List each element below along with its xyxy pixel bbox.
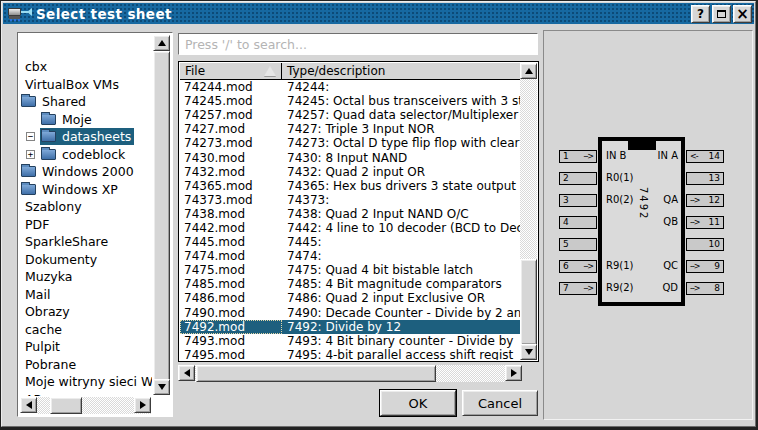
- column-header-file[interactable]: File: [180, 63, 282, 80]
- pin-11: -->11: [686, 216, 724, 229]
- pin-arrow: -->: [584, 151, 593, 162]
- pin-12: -->12: [686, 194, 724, 207]
- scroll-left-button[interactable]: [20, 397, 37, 413]
- tree-item-mail[interactable]: Mail: [20, 286, 152, 304]
- scroll-right-button[interactable]: [505, 365, 522, 381]
- tree-item-content: datasheets: [40, 128, 134, 145]
- tree-item-pobrane[interactable]: Pobrane: [20, 356, 152, 374]
- table-row[interactable]: 7475.mod7475: Quad 4 bit bistable latch: [180, 263, 520, 277]
- table-row[interactable]: 7427.mod7427: Triple 3 Input NOR: [180, 122, 520, 136]
- table-row[interactable]: 7493.mod7493: 4 Bit binary counter - Div…: [180, 334, 520, 348]
- column-label-file: File: [185, 64, 205, 78]
- scroll-up-button[interactable]: [520, 63, 537, 79]
- table-row[interactable]: 7492.mod7492: Divide by 12: [180, 320, 520, 334]
- table-row[interactable]: 74245.mod74245: Octal bus transceivers w…: [180, 94, 520, 108]
- tree-item-virtualbox-vms[interactable]: VirtualBox VMs: [20, 76, 152, 94]
- scroll-down-button[interactable]: [520, 344, 537, 360]
- arrow-right-icon: [140, 401, 146, 409]
- tree-item-obrazy[interactable]: Obrazy: [20, 303, 152, 321]
- table-row[interactable]: 74257.mod74257: Quad data selector/Multi…: [180, 108, 520, 122]
- description-cell: 7493: 4 Bit binary counter - Divide by: [282, 334, 520, 348]
- table-row[interactable]: 7474.mod7474:: [180, 249, 520, 263]
- folder-icon: [21, 166, 36, 177]
- help-button[interactable]: ?: [691, 5, 710, 23]
- tree-vertical-scrollbar[interactable]: [153, 35, 170, 395]
- tree-item-windows-xp[interactable]: Windows XP: [20, 181, 152, 199]
- tree-item-datasheets[interactable]: −datasheets: [20, 128, 152, 146]
- column-label-type: Type/description: [287, 64, 385, 78]
- description-cell: 7485: 4 Bit magnitude comparators: [282, 277, 520, 291]
- table-row[interactable]: 7445.mod7445:: [180, 235, 520, 249]
- tree-item-ab[interactable]: AB: [20, 391, 152, 397]
- scroll-thumb[interactable]: [520, 259, 537, 345]
- tree-item-content: PDF: [20, 216, 52, 233]
- tree-item-pdf[interactable]: PDF: [20, 216, 152, 234]
- tree-expander-icon[interactable]: −: [26, 132, 35, 141]
- table-row[interactable]: 74365.mod74365: Hex bus drivers 3 state …: [180, 179, 520, 193]
- scroll-thumb[interactable]: [50, 397, 82, 414]
- file-cell: 7442.mod: [180, 221, 282, 235]
- ok-button[interactable]: OK: [380, 390, 456, 416]
- scroll-left-button[interactable]: [178, 365, 195, 381]
- scroll-thumb[interactable]: [153, 51, 170, 381]
- scroll-right-button[interactable]: [134, 397, 151, 413]
- tree-expander-icon[interactable]: +: [26, 150, 35, 159]
- table-row[interactable]: 7485.mod7485: 4 Bit magnitude comparator…: [180, 277, 520, 291]
- pin-number: 9: [714, 261, 720, 272]
- table-row[interactable]: 7486.mod7486: Quad 2 input Exclusive OR: [180, 291, 520, 305]
- pin-1: 1-->: [559, 150, 597, 163]
- tree-item-label: Mail: [21, 287, 50, 302]
- title-bar[interactable]: Select test sheet ? ×: [3, 3, 754, 24]
- pin-4: 4: [559, 216, 597, 229]
- tree-item-cbx[interactable]: cbx: [20, 58, 152, 76]
- tree-item-dokumenty[interactable]: Dokumenty: [20, 251, 152, 269]
- file-cell: 7432.mod: [180, 165, 282, 179]
- table-row[interactable]: 7438.mod7438: Quad 2 Input NAND O/C: [180, 207, 520, 221]
- table-row[interactable]: 74244.mod74244:: [180, 80, 520, 94]
- tree-item-content: VirtualBox VMs: [20, 76, 122, 93]
- chip-name: 7492: [635, 187, 649, 257]
- tree-item-muzyka[interactable]: Muzyka: [20, 268, 152, 286]
- file-cell: 74245.mod: [180, 94, 282, 108]
- list-horizontal-scrollbar[interactable]: [178, 365, 522, 382]
- tree-item-cache[interactable]: cache: [20, 321, 152, 339]
- file-cell: 7430.mod: [180, 151, 282, 165]
- tree-item-content: Dokumenty: [20, 251, 100, 268]
- maximize-button[interactable]: [712, 5, 731, 23]
- tree-item-shared[interactable]: Shared: [20, 93, 152, 111]
- file-cell: 7475.mod: [180, 263, 282, 277]
- column-header-type[interactable]: Type/description: [282, 63, 520, 80]
- tree-item-moje-witryny-sieci-web[interactable]: Moje witryny sieci Web: [20, 373, 152, 391]
- file-cell: 7485.mod: [180, 277, 282, 291]
- tree-item-pulpit[interactable]: Pulpit: [20, 338, 152, 356]
- list-vertical-scrollbar[interactable]: [520, 63, 537, 360]
- tree-item-content: Szablony: [20, 198, 85, 215]
- scroll-down-button[interactable]: [153, 379, 170, 395]
- tree-item-sparkleshare[interactable]: SparkleShare: [20, 233, 152, 251]
- tree-item-windows-2000[interactable]: Windows 2000: [20, 163, 152, 181]
- pin-10: 10: [686, 238, 724, 251]
- tree-item-content: AB: [20, 391, 45, 396]
- search-input[interactable]: [179, 35, 537, 55]
- table-row[interactable]: 7432.mod7432: Quad 2 input OR: [180, 165, 520, 179]
- tree-item-codeblock[interactable]: +codeblock: [20, 146, 152, 164]
- table-row[interactable]: 7430.mod7430: 8 Input NAND: [180, 150, 520, 164]
- tree-item-moje[interactable]: Moje: [20, 111, 152, 129]
- table-row[interactable]: 74373.mod74373:: [180, 193, 520, 207]
- scroll-up-button[interactable]: [153, 35, 170, 51]
- tree-item-szablony[interactable]: Szablony: [20, 198, 152, 216]
- table-row[interactable]: 7495.mod7495: 4-bit parallel access shif…: [180, 348, 520, 360]
- tree-item-content: Shared: [20, 93, 89, 110]
- tree-item-label: Pulpit: [21, 339, 60, 354]
- scroll-thumb[interactable]: [196, 365, 436, 382]
- cancel-button[interactable]: Cancel: [462, 390, 538, 416]
- table-row[interactable]: 74273.mod74273: Octal D type flip flop w…: [180, 136, 520, 150]
- table-row[interactable]: 7490.mod7490: Decade Counter - Divide by…: [180, 306, 520, 320]
- close-button[interactable]: ×: [733, 5, 752, 23]
- file-cell: 74273.mod: [180, 136, 282, 150]
- arrow-right-icon: [511, 369, 517, 377]
- description-cell: 74245: Octal bus transceivers with 3 st: [282, 94, 520, 108]
- pin-13: 13: [686, 172, 724, 185]
- tree-horizontal-scrollbar[interactable]: [20, 397, 151, 414]
- table-row[interactable]: 7442.mod7442: 4 line to 10 decoder (BCD …: [180, 221, 520, 235]
